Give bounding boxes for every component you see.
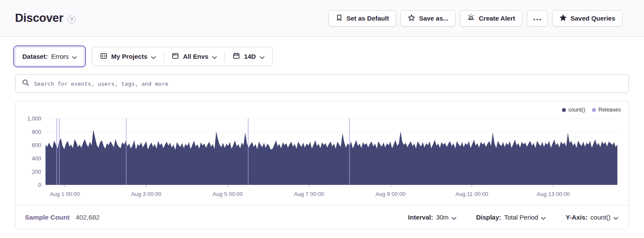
svg-text:Aug 9 00:00: Aug 9 00:00 [375, 191, 405, 197]
chevron-down-icon [212, 53, 217, 60]
chevron-down-icon [452, 214, 456, 221]
projects-dropdown[interactable]: My Projects [92, 47, 164, 66]
legend-item-count[interactable]: count() [562, 107, 585, 113]
interval-dropdown[interactable]: Interval: 30m [408, 213, 456, 221]
count-series-dot [562, 108, 566, 112]
button-label: Save as... [419, 15, 448, 22]
svg-text:Aug 13 00:00: Aug 13 00:00 [537, 191, 570, 197]
more-options-button[interactable] [527, 10, 548, 27]
sample-count: Sample Count 402,682 [25, 214, 100, 221]
legend-label: Releases [598, 107, 621, 113]
sample-count-value: 402,682 [76, 214, 100, 221]
yaxis-dropdown[interactable]: Y-Axis: count() [565, 213, 618, 221]
chart-panel: count() Releases 02004006008001,000Aug 1… [15, 101, 629, 205]
display-label: Display: [476, 214, 501, 221]
page-header: Discover ? Set as Default Save as... [0, 0, 644, 37]
chart-controls: Interval: 30m Display: Total Period Y-Ax… [408, 213, 619, 221]
date-range-value: 14D [244, 53, 256, 60]
projects-value: My Projects [111, 53, 147, 60]
search-input[interactable] [34, 81, 622, 87]
button-label: Saved Queries [571, 15, 615, 22]
svg-text:Aug 3 00:00: Aug 3 00:00 [131, 191, 161, 197]
page-title: Discover [15, 12, 63, 25]
create-alert-button[interactable]: Create Alert [460, 10, 522, 27]
svg-text:0: 0 [38, 182, 41, 188]
star-filled-icon [559, 14, 567, 23]
date-range-dropdown[interactable]: 14D [225, 47, 272, 66]
yaxis-value: count() [590, 214, 611, 221]
svg-text:800: 800 [32, 129, 41, 135]
bookmark-icon [336, 14, 343, 23]
chevron-down-icon [614, 214, 618, 221]
dataset-highlight-ring: Dataset: Errors [13, 45, 86, 67]
chevron-down-icon [72, 53, 77, 60]
search-bar [15, 74, 629, 93]
window-icon [172, 52, 179, 61]
interval-label: Interval: [408, 214, 433, 221]
chart-legend: count() Releases [562, 107, 621, 113]
svg-text:1,000: 1,000 [27, 115, 41, 122]
search-icon [22, 79, 30, 88]
svg-text:400: 400 [32, 155, 41, 162]
project-icon [100, 52, 107, 61]
header-actions: Set as Default Save as... [328, 10, 623, 27]
legend-label: count() [568, 107, 585, 113]
legend-item-releases[interactable]: Releases [592, 107, 621, 113]
page-filter-group: My Projects All Envs [92, 47, 273, 66]
environments-value: All Envs [183, 53, 208, 60]
star-outline-icon [408, 14, 415, 23]
chart-svg[interactable]: 02004006008001,000Aug 1 00:00Aug 3 00:00… [15, 101, 629, 205]
siren-icon [467, 14, 475, 23]
chevron-down-icon [260, 53, 264, 60]
releases-series-dot [592, 108, 596, 112]
help-icon[interactable]: ? [67, 15, 76, 24]
button-label: Set as Default [346, 15, 389, 22]
filter-bar: Dataset: Errors My Projects [13, 45, 273, 67]
dataset-label: Dataset: [22, 53, 48, 60]
set-as-default-button[interactable]: Set as Default [328, 10, 396, 27]
svg-text:600: 600 [32, 142, 41, 148]
svg-text:200: 200 [32, 169, 41, 175]
svg-text:Aug 7 00:00: Aug 7 00:00 [294, 191, 324, 197]
yaxis-label: Y-Axis: [565, 214, 587, 221]
chevron-down-icon [151, 53, 156, 60]
dataset-dropdown[interactable]: Dataset: Errors [15, 47, 84, 66]
ellipsis-icon [533, 15, 541, 22]
display-dropdown[interactable]: Display: Total Period [476, 213, 546, 221]
svg-text:Aug 1 00:00: Aug 1 00:00 [50, 191, 80, 197]
calendar-icon [233, 52, 240, 61]
dataset-value: Errors [51, 53, 69, 60]
interval-value: 30m [436, 214, 449, 221]
saved-queries-button[interactable]: Saved Queries [552, 10, 623, 27]
chevron-down-icon [541, 214, 546, 221]
environments-dropdown[interactable]: All Envs [164, 47, 225, 66]
svg-text:Aug 11 00:00: Aug 11 00:00 [456, 191, 488, 197]
svg-text:Aug 5 00:00: Aug 5 00:00 [213, 191, 243, 197]
save-as-button[interactable]: Save as... [401, 10, 456, 27]
button-label: Create Alert [479, 15, 515, 22]
display-value: Total Period [504, 214, 538, 221]
chart-footer: Sample Count 402,682 Interval: 30m Displ… [15, 205, 629, 229]
sample-count-label: Sample Count [25, 214, 70, 221]
